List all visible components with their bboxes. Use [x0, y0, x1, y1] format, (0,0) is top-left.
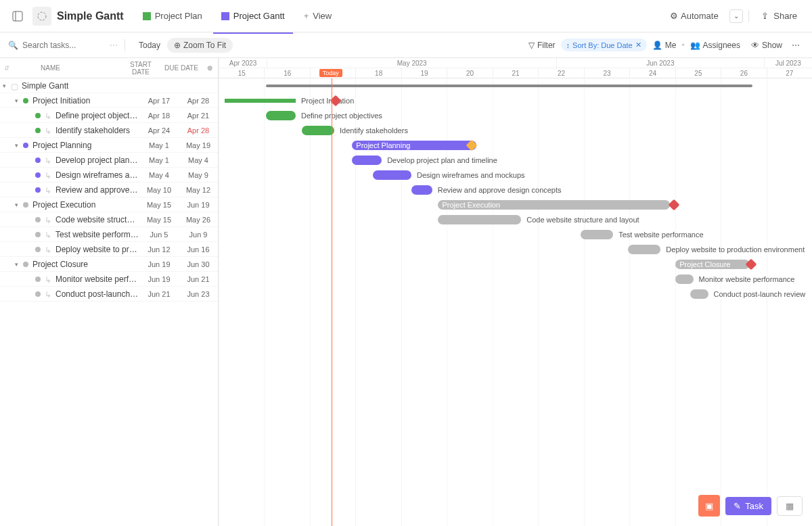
zoom-to-fit-button[interactable]: ⊕ Zoom To Fit — [167, 38, 233, 53]
record-button[interactable]: ▣ — [698, 495, 720, 517]
task-row[interactable]: ▾Project ExecutionMay 15Jun 19 — [0, 197, 218, 212]
gantt-bar[interactable]: Test website performance — [581, 230, 613, 239]
week-header: 26 — [721, 68, 766, 78]
task-row[interactable]: ↳Define project objectivesApr 18Apr 21 — [0, 108, 218, 123]
start-date[interactable]: May 15 — [139, 216, 179, 224]
task-row[interactable]: ▾Project InitiationApr 17Apr 28 — [0, 93, 218, 108]
search-more-icon[interactable]: ⋯ — [110, 41, 118, 50]
task-row[interactable]: ↳Develop project plan and timelineMay 1M… — [0, 153, 218, 168]
assignees-button[interactable]: 👥 Assignees — [685, 38, 746, 53]
today-button[interactable]: Today — [132, 38, 167, 53]
sidebar-toggle-icon[interactable] — [8, 7, 27, 26]
week-header: 19 — [401, 68, 447, 78]
due-date[interactable]: Jun 9 — [179, 231, 218, 239]
filter-button[interactable]: ▽ Filter — [523, 38, 561, 53]
gantt-bar[interactable]: Deploy website to production environment — [628, 245, 660, 254]
due-date[interactable]: Jun 23 — [179, 290, 218, 298]
page-title[interactable]: Simple Gantt — [57, 10, 124, 22]
due-date[interactable]: May 26 — [179, 216, 218, 224]
task-row[interactable]: ↳Conduct post-launch reviewJun 21Jun 23 — [0, 287, 218, 302]
gantt-bar[interactable]: Define project objectives — [266, 111, 296, 120]
start-date[interactable]: May 15 — [139, 201, 179, 209]
start-date[interactable]: Jun 19 — [139, 260, 179, 268]
due-date[interactable]: Apr 21 — [179, 112, 218, 120]
month-header: May 2023 — [267, 58, 556, 68]
caret-icon[interactable]: ▾ — [15, 261, 23, 268]
due-date[interactable]: Jun 16 — [179, 245, 218, 254]
gantt-summary-bar[interactable] — [266, 85, 752, 87]
start-date[interactable]: Jun 12 — [139, 245, 179, 254]
gantt-bar[interactable]: Design wireframes and mockups — [373, 170, 411, 180]
tab-project-gantt[interactable]: Project Gantt — [213, 7, 293, 25]
more-options-button[interactable]: ⋯ — [788, 37, 804, 53]
gantt-bar[interactable]: Conduct post-launch review — [690, 289, 708, 299]
share-icon: ⇪ — [761, 11, 769, 21]
task-row[interactable]: ▾▢Simple Gantt — [0, 78, 218, 93]
apps-button[interactable]: ▦ — [777, 496, 803, 516]
gantt-bar[interactable]: Project Initiation — [225, 99, 296, 103]
gantt-bar[interactable]: Project Closure — [675, 260, 750, 269]
due-date[interactable]: May 4 — [179, 156, 218, 164]
gantt-bar[interactable]: Identify stakeholders — [302, 126, 334, 135]
due-date[interactable]: Jun 30 — [179, 260, 218, 268]
start-date[interactable]: Jun 21 — [139, 290, 179, 298]
due-date[interactable]: May 19 — [179, 141, 218, 149]
start-date[interactable]: May 1 — [139, 141, 179, 149]
task-row[interactable]: ↳Design wireframes and mockupsMay 4May 9 — [0, 168, 218, 183]
due-date[interactable]: Jun 21 — [179, 275, 218, 283]
gantt-row: Deploy website to production environment — [219, 242, 812, 257]
due-date[interactable]: Apr 28 — [179, 126, 218, 135]
sort-clear-icon[interactable]: ✕ — [635, 41, 641, 49]
start-date[interactable]: Apr 18 — [139, 112, 179, 120]
task-row[interactable]: ↳Deploy website to production environmen… — [0, 242, 218, 257]
gantt-row: Code website structure and layout — [219, 212, 812, 227]
caret-icon[interactable]: ▾ — [15, 201, 23, 208]
gantt-bar[interactable]: Project Execution — [438, 200, 669, 210]
search-input[interactable] — [22, 41, 90, 50]
task-row[interactable]: ▾Project PlanningMay 1May 19 — [0, 138, 218, 153]
gantt-row: Identify stakeholders — [219, 123, 812, 138]
due-date[interactable]: Apr 28 — [179, 97, 218, 105]
task-row[interactable]: ↳Code website structure and layoutMay 15… — [0, 212, 218, 227]
me-button[interactable]: 👤 Me — [647, 38, 682, 53]
start-date[interactable]: May 10 — [139, 186, 179, 194]
task-row[interactable]: ↳Monitor website performanceJun 19Jun 21 — [0, 272, 218, 287]
create-task-button[interactable]: ✎ Task — [725, 497, 771, 515]
start-date[interactable]: Jun 5 — [139, 231, 179, 239]
gantt-bar[interactable]: Review and approve design concepts — [411, 185, 432, 195]
due-date[interactable]: May 12 — [179, 186, 218, 194]
start-date[interactable]: Apr 17 — [139, 97, 179, 105]
caret-icon[interactable]: ▾ — [15, 142, 23, 149]
status-dot — [35, 187, 41, 193]
task-row[interactable]: ↳Review and approve design conceptsMay 1… — [0, 183, 218, 197]
start-date[interactable]: Apr 24 — [139, 126, 179, 135]
start-date[interactable]: May 4 — [139, 171, 179, 179]
caret-icon[interactable]: ▾ — [15, 97, 23, 104]
caret-icon[interactable]: ▾ — [3, 82, 11, 89]
gantt-bar[interactable]: Code website structure and layout — [438, 215, 521, 224]
tab-add-view[interactable]: + View — [296, 7, 340, 25]
milestone-diamond[interactable] — [668, 199, 679, 211]
share-button[interactable]: ⇪ Share — [754, 8, 804, 24]
start-date[interactable]: May 1 — [139, 156, 179, 164]
task-row[interactable]: ↳Test website performanceJun 5Jun 9 — [0, 227, 218, 242]
automate-button[interactable]: ⚙ Automate — [664, 8, 724, 24]
subtask-icon: ↳ — [45, 112, 53, 120]
start-date[interactable]: Jun 19 — [139, 275, 179, 283]
gantt-bar[interactable]: Develop project plan and timeline — [352, 156, 382, 165]
task-row[interactable]: ▾Project ClosureJun 19Jun 30 — [0, 257, 218, 272]
tab-project-plan[interactable]: Project Plan — [135, 7, 210, 25]
show-button[interactable]: 👁 Show — [746, 38, 788, 53]
task-row[interactable]: ↳Identify stakeholdersApr 24Apr 28 — [0, 123, 218, 138]
due-date[interactable]: May 9 — [179, 171, 218, 179]
week-header: 18 — [355, 68, 401, 78]
bar-label: Define project objectives — [301, 111, 382, 120]
due-date[interactable]: Jun 19 — [179, 201, 218, 209]
gantt-bar[interactable]: Monitor website performance — [675, 274, 693, 284]
automate-dropdown[interactable]: ⌄ — [729, 9, 743, 23]
status-dot — [35, 113, 41, 118]
add-column-button[interactable]: ⊕ — [202, 64, 218, 72]
expand-all-icon[interactable]: ⇵ — [0, 64, 14, 72]
sort-pill[interactable]: ↕ Sort By: Due Date ✕ — [561, 39, 647, 51]
gantt-bar[interactable]: Project Planning — [352, 141, 476, 150]
